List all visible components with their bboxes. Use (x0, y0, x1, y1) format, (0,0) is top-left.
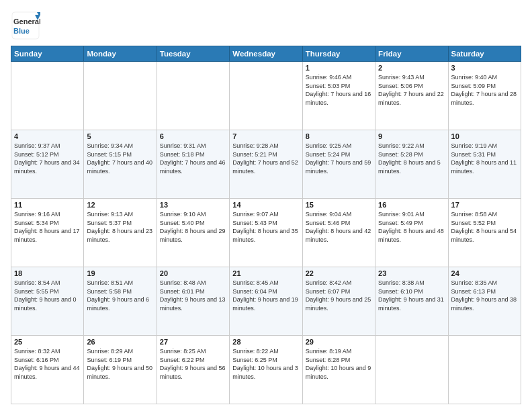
day-info: Sunrise: 8:48 AMSunset: 6:01 PMDaylight:… (160, 279, 226, 312)
calendar-cell: 3Sunrise: 9:40 AMSunset: 5:09 PMDaylight… (448, 62, 521, 130)
calendar-cell: 22Sunrise: 8:42 AMSunset: 6:07 PMDayligh… (302, 267, 375, 336)
calendar-cell: 29Sunrise: 8:19 AMSunset: 6:28 PMDayligh… (302, 336, 375, 404)
day-number: 27 (160, 338, 226, 346)
calendar-cell: 16Sunrise: 9:01 AMSunset: 5:49 PMDayligh… (375, 199, 448, 267)
week-row-5: 25Sunrise: 8:32 AMSunset: 6:16 PMDayligh… (11, 336, 521, 404)
day-number: 10 (451, 132, 518, 140)
calendar-cell: 19Sunrise: 8:51 AMSunset: 5:58 PMDayligh… (84, 267, 157, 336)
day-number: 19 (87, 269, 153, 277)
day-number: 9 (378, 132, 445, 140)
calendar-cell: 27Sunrise: 8:25 AMSunset: 6:22 PMDayligh… (157, 336, 229, 404)
day-number: 11 (14, 201, 81, 209)
day-number: 20 (160, 269, 226, 277)
calendar-cell: 4Sunrise: 9:37 AMSunset: 5:12 PMDaylight… (11, 130, 84, 199)
day-info: Sunrise: 8:22 AMSunset: 6:25 PMDaylight:… (232, 347, 299, 381)
day-number: 13 (160, 201, 226, 209)
day-info: Sunrise: 9:25 AMSunset: 5:24 PMDaylight:… (306, 142, 372, 175)
calendar-cell (157, 62, 229, 130)
calendar-cell: 17Sunrise: 8:58 AMSunset: 5:52 PMDayligh… (448, 199, 521, 267)
calendar-cell (11, 62, 84, 130)
day-info: Sunrise: 9:16 AMSunset: 5:34 PMDaylight:… (14, 210, 81, 244)
calendar-cell: 2Sunrise: 9:43 AMSunset: 5:06 PMDaylight… (375, 62, 448, 130)
calendar-cell: 9Sunrise: 9:22 AMSunset: 5:28 PMDaylight… (375, 130, 448, 199)
calendar-cell: 20Sunrise: 8:48 AMSunset: 6:01 PMDayligh… (157, 267, 229, 336)
day-info: Sunrise: 9:46 AMSunset: 5:03 PMDaylight:… (306, 73, 372, 107)
calendar-cell: 28Sunrise: 8:22 AMSunset: 6:25 PMDayligh… (230, 336, 302, 404)
calendar-cell (84, 62, 157, 130)
svg-rect-0 (12, 12, 39, 39)
page: General Blue SundayMondayTuesdayWednesda… (0, 0, 532, 411)
weekday-header-saturday: Saturday (448, 46, 521, 62)
weekday-header-thursday: Thursday (302, 46, 375, 62)
logo-svg: General Blue (11, 11, 40, 40)
calendar-cell: 15Sunrise: 9:04 AMSunset: 5:46 PMDayligh… (302, 199, 375, 267)
week-row-3: 11Sunrise: 9:16 AMSunset: 5:34 PMDayligh… (11, 199, 521, 267)
calendar-cell (375, 336, 448, 404)
day-number: 3 (451, 64, 518, 72)
day-info: Sunrise: 8:35 AMSunset: 6:13 PMDaylight:… (451, 279, 518, 312)
day-number: 12 (87, 201, 153, 209)
day-number: 2 (378, 64, 445, 72)
day-info: Sunrise: 8:25 AMSunset: 6:22 PMDaylight:… (160, 347, 226, 381)
day-info: Sunrise: 9:10 AMSunset: 5:40 PMDaylight:… (160, 210, 226, 244)
svg-text:Blue: Blue (13, 27, 30, 35)
calendar-cell: 1Sunrise: 9:46 AMSunset: 5:03 PMDaylight… (302, 62, 375, 130)
day-number: 6 (160, 132, 226, 140)
calendar-cell: 12Sunrise: 9:13 AMSunset: 5:37 PMDayligh… (84, 199, 157, 267)
day-number: 4 (14, 132, 81, 140)
header: General Blue (11, 11, 521, 40)
day-info: Sunrise: 8:45 AMSunset: 6:04 PMDaylight:… (232, 279, 299, 312)
day-info: Sunrise: 9:07 AMSunset: 5:43 PMDaylight:… (232, 210, 299, 244)
calendar-cell: 25Sunrise: 8:32 AMSunset: 6:16 PMDayligh… (11, 336, 84, 404)
day-info: Sunrise: 9:40 AMSunset: 5:09 PMDaylight:… (451, 73, 518, 107)
weekday-header-sunday: Sunday (11, 46, 84, 62)
weekday-header-wednesday: Wednesday (230, 46, 302, 62)
week-row-1: 1Sunrise: 9:46 AMSunset: 5:03 PMDaylight… (11, 62, 521, 130)
day-number: 21 (232, 269, 299, 277)
calendar-cell: 26Sunrise: 8:29 AMSunset: 6:19 PMDayligh… (84, 336, 157, 404)
day-number: 15 (306, 201, 372, 209)
svg-text:General: General (13, 17, 40, 26)
calendar-table: SundayMondayTuesdayWednesdayThursdayFrid… (11, 46, 521, 404)
day-info: Sunrise: 8:19 AMSunset: 6:28 PMDaylight:… (306, 347, 372, 381)
calendar-cell: 14Sunrise: 9:07 AMSunset: 5:43 PMDayligh… (230, 199, 302, 267)
calendar-cell: 13Sunrise: 9:10 AMSunset: 5:40 PMDayligh… (157, 199, 229, 267)
day-info: Sunrise: 9:13 AMSunset: 5:37 PMDaylight:… (87, 210, 153, 244)
day-number: 26 (87, 338, 153, 346)
day-info: Sunrise: 9:28 AMSunset: 5:21 PMDaylight:… (232, 142, 299, 175)
calendar-cell: 11Sunrise: 9:16 AMSunset: 5:34 PMDayligh… (11, 199, 84, 267)
calendar-cell: 8Sunrise: 9:25 AMSunset: 5:24 PMDaylight… (302, 130, 375, 199)
day-number: 18 (14, 269, 81, 277)
calendar-cell: 21Sunrise: 8:45 AMSunset: 6:04 PMDayligh… (230, 267, 302, 336)
day-number: 7 (232, 132, 299, 140)
day-number: 14 (232, 201, 299, 209)
day-info: Sunrise: 9:37 AMSunset: 5:12 PMDaylight:… (14, 142, 81, 175)
calendar-cell: 7Sunrise: 9:28 AMSunset: 5:21 PMDaylight… (230, 130, 302, 199)
day-number: 1 (306, 64, 372, 72)
week-row-2: 4Sunrise: 9:37 AMSunset: 5:12 PMDaylight… (11, 130, 521, 199)
calendar-cell: 5Sunrise: 9:34 AMSunset: 5:15 PMDaylight… (84, 130, 157, 199)
day-info: Sunrise: 9:31 AMSunset: 5:18 PMDaylight:… (160, 142, 226, 175)
calendar-cell: 6Sunrise: 9:31 AMSunset: 5:18 PMDaylight… (157, 130, 229, 199)
day-info: Sunrise: 8:38 AMSunset: 6:10 PMDaylight:… (378, 279, 445, 312)
day-info: Sunrise: 8:42 AMSunset: 6:07 PMDaylight:… (306, 279, 372, 312)
day-info: Sunrise: 8:54 AMSunset: 5:55 PMDaylight:… (14, 279, 81, 312)
day-number: 22 (306, 269, 372, 277)
day-info: Sunrise: 9:19 AMSunset: 5:31 PMDaylight:… (451, 142, 518, 175)
day-number: 29 (306, 338, 372, 346)
calendar-cell (448, 336, 521, 404)
day-info: Sunrise: 9:34 AMSunset: 5:15 PMDaylight:… (87, 142, 153, 175)
weekday-header-row: SundayMondayTuesdayWednesdayThursdayFrid… (11, 46, 521, 62)
calendar-cell: 18Sunrise: 8:54 AMSunset: 5:55 PMDayligh… (11, 267, 84, 336)
day-info: Sunrise: 9:01 AMSunset: 5:49 PMDaylight:… (378, 210, 445, 244)
day-info: Sunrise: 8:51 AMSunset: 5:58 PMDaylight:… (87, 279, 153, 312)
day-info: Sunrise: 8:32 AMSunset: 6:16 PMDaylight:… (14, 347, 81, 381)
day-number: 8 (306, 132, 372, 140)
day-number: 16 (378, 201, 445, 209)
day-number: 5 (87, 132, 153, 140)
calendar-cell: 24Sunrise: 8:35 AMSunset: 6:13 PMDayligh… (448, 267, 521, 336)
calendar-cell (230, 62, 302, 130)
weekday-header-friday: Friday (375, 46, 448, 62)
calendar-cell: 10Sunrise: 9:19 AMSunset: 5:31 PMDayligh… (448, 130, 521, 199)
day-info: Sunrise: 9:43 AMSunset: 5:06 PMDaylight:… (378, 73, 445, 107)
